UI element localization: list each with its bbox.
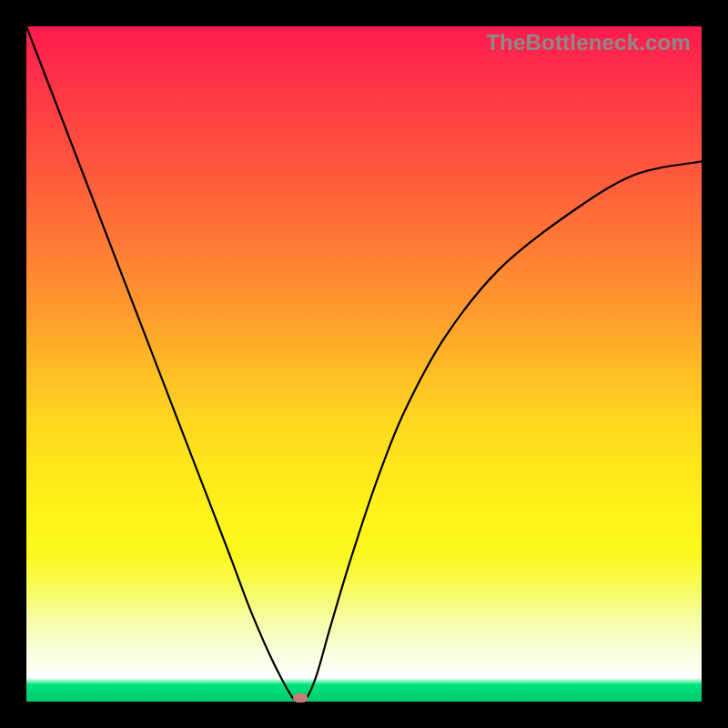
minimum-marker	[293, 693, 308, 703]
plot-area: TheBottleneck.com	[26, 26, 702, 702]
bottleneck-curve	[26, 26, 702, 702]
